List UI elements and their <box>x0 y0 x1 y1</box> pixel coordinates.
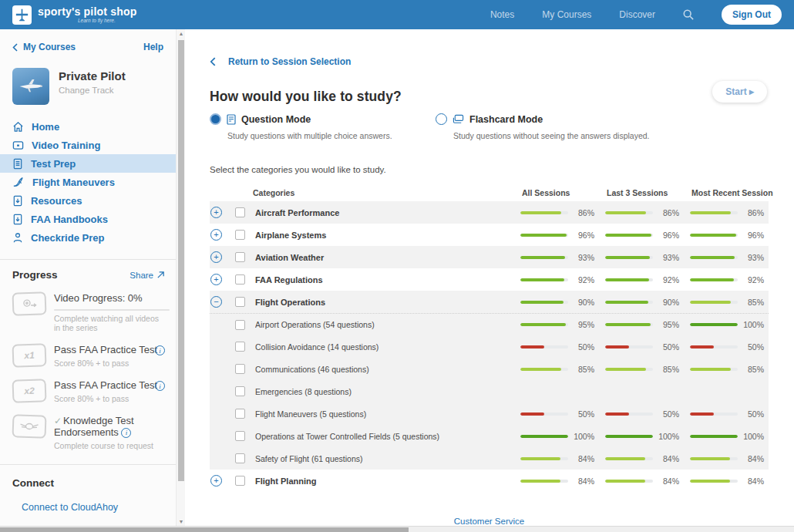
share-link[interactable]: Share <box>130 271 165 280</box>
expand-toggle-icon[interactable]: + <box>210 475 222 487</box>
progress-bar <box>605 256 653 259</box>
percentage-value: 90% <box>653 298 679 307</box>
last-3-sessions-stat: 95% <box>605 320 684 329</box>
category-checkbox[interactable] <box>235 453 245 463</box>
percentage-value: 96% <box>738 231 764 240</box>
connect-cloudahoy-link[interactable]: Connect to CloudAhoy <box>22 502 163 513</box>
category-checkbox[interactable] <box>235 364 245 374</box>
change-track-link[interactable]: Change Track <box>59 86 126 95</box>
start-button[interactable]: Start ▸ <box>712 81 767 103</box>
progress-bar <box>690 480 738 483</box>
course-sidebar: My Courses Help Private Pilot Change Tra… <box>0 29 176 526</box>
question-mode-option[interactable]: Question Mode Study questions with multi… <box>210 113 436 140</box>
category-checkbox[interactable] <box>235 386 245 396</box>
percentage-value: 84% <box>568 476 594 486</box>
percentage-value: 84% <box>653 476 679 486</box>
nav-link-notes[interactable]: Notes <box>490 9 514 20</box>
scrollbar-thumb[interactable] <box>178 40 184 481</box>
percentage-value: 85% <box>738 365 764 374</box>
page-footer: Customer Service ©2021 Sporty's Pilot Sh… <box>210 513 769 526</box>
progress-bar <box>690 412 738 416</box>
all-sessions-stat: 95% <box>520 320 599 329</box>
sidebar-item-resources[interactable]: Resources <box>0 191 176 210</box>
progress-bar <box>690 234 738 237</box>
sidebar-item-home[interactable]: Home <box>0 117 176 136</box>
nav-link-my-courses[interactable]: My Courses <box>542 9 591 20</box>
category-checkbox[interactable] <box>235 297 245 307</box>
all-sessions-stat: 50% <box>520 409 599 419</box>
category-checkbox[interactable] <box>235 207 245 217</box>
info-icon[interactable]: i <box>155 345 165 355</box>
category-checkbox[interactable] <box>235 274 245 285</box>
all-sessions-stat: 96% <box>520 231 599 240</box>
categories-table: Categories All Sessions Last 3 Sessions … <box>210 184 769 492</box>
category-checkbox[interactable] <box>235 230 245 240</box>
question-mode-radio[interactable] <box>210 113 221 125</box>
sidebar-item-test-prep[interactable]: Test Prep <box>0 154 176 173</box>
all-sessions-stat: 100% <box>520 432 599 441</box>
progress-item-video: Video Progress: 0% Complete watching all… <box>12 292 165 332</box>
sidebar-scrollbar[interactable]: ▲ ▼ <box>176 29 185 526</box>
expand-toggle-icon[interactable]: + <box>210 274 222 285</box>
category-label: Operations at Tower Controlled Fields (5… <box>255 432 520 441</box>
column-header-all-sessions: All Sessions <box>520 188 599 197</box>
percentage-value: 100% <box>738 320 764 329</box>
help-link[interactable]: Help <box>143 42 163 52</box>
category-label: Aviation Weather <box>255 253 520 262</box>
expand-toggle-icon[interactable]: + <box>210 229 222 241</box>
sidebar-item-video-training[interactable]: Video Training <box>0 136 176 154</box>
back-to-my-courses-link[interactable]: My Courses <box>12 42 76 52</box>
info-icon[interactable]: i <box>155 381 165 391</box>
sidebar-item-checkride-prep[interactable]: Checkride Prep <box>0 228 176 247</box>
info-icon[interactable]: i <box>121 428 131 438</box>
expand-toggle-icon[interactable]: − <box>210 296 222 308</box>
progress-bar <box>605 323 653 326</box>
horizontal-scrollbar[interactable] <box>0 526 794 532</box>
progress-bar <box>690 457 738 460</box>
progress-bar <box>690 211 738 214</box>
category-checkbox[interactable] <box>235 409 245 419</box>
column-header-categories: Categories <box>253 188 520 197</box>
percentage-value: 85% <box>568 365 594 374</box>
connect-title: Connect <box>12 477 54 489</box>
expand-toggle-icon[interactable]: + <box>210 207 222 218</box>
horizontal-scrollbar-thumb[interactable] <box>0 527 409 532</box>
nav-link-discover[interactable]: Discover <box>619 9 655 20</box>
sidebar-menu: Home Video Training Test Prep Flight Man… <box>0 117 176 247</box>
sidebar-item-faa-handbooks[interactable]: FAA Handbooks <box>0 210 176 228</box>
percentage-value: 92% <box>738 275 764 285</box>
progress-bar <box>520 345 568 348</box>
video-progress-label: Video Progress: 0% <box>54 292 165 304</box>
category-checkbox[interactable] <box>235 476 245 486</box>
back-link-label: My Courses <box>23 42 76 52</box>
percentage-value: 100% <box>568 432 594 441</box>
video-icon <box>12 140 24 151</box>
category-label: FAA Regulations <box>255 275 520 285</box>
search-icon[interactable] <box>683 9 694 20</box>
course-thumbnail[interactable] <box>12 68 49 105</box>
category-checkbox[interactable] <box>235 342 245 352</box>
sidebar-item-label: FAA Handbooks <box>31 214 108 225</box>
expand-toggle-icon[interactable]: + <box>210 251 222 263</box>
progress-bar <box>520 234 568 237</box>
course-title: Private Pilot <box>59 69 126 82</box>
customer-service-link[interactable]: Customer Service <box>454 517 524 526</box>
category-checkbox[interactable] <box>235 431 245 441</box>
flashcard-mode-radio[interactable] <box>436 113 447 125</box>
video-progress-subtitle: Complete watching all videos in the seri… <box>54 314 165 332</box>
sign-out-button[interactable]: Sign Out <box>722 5 782 25</box>
progress-bar <box>605 301 653 304</box>
sportys-logo[interactable]: sporty's pilot shop Learn to fly here. <box>12 5 136 25</box>
return-to-session-selection-link[interactable]: Return to Session Selection <box>210 56 351 67</box>
percentage-value: 85% <box>653 365 679 374</box>
category-checkbox[interactable] <box>235 320 245 330</box>
most-recent-session-stat: 92% <box>690 275 769 285</box>
progress-item-practice-test-2: x2 Pass FAA Practice Test Score 80% + to… <box>12 379 165 403</box>
table-row: + Aircraft Performance 86% 86% 86% <box>210 201 769 224</box>
percentage-value: 84% <box>738 454 764 463</box>
sidebar-item-flight-maneuvers[interactable]: Flight Maneuvers <box>0 173 176 191</box>
practice-test-2-subtitle: Score 80% + to pass <box>54 394 165 403</box>
last-3-sessions-stat: 50% <box>605 342 684 352</box>
category-checkbox[interactable] <box>235 252 245 262</box>
flashcard-mode-option[interactable]: Flashcard Mode Study questions without s… <box>436 113 661 140</box>
